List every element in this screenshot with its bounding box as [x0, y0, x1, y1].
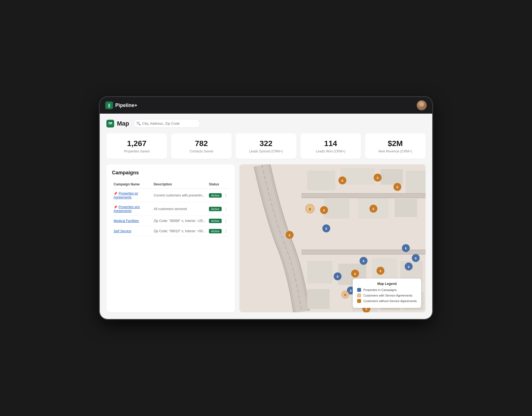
stat-number-1: 782 — [175, 139, 227, 148]
campaign-description-0: Current customers with preventiv... — [154, 193, 205, 197]
stat-number-2: 322 — [240, 139, 292, 148]
page-header: 🗺 Map 🔍 — [106, 119, 426, 128]
campaign-status-cell-2: Active⋮ — [207, 216, 229, 226]
svg-text:6: 6 — [344, 294, 346, 297]
table-row: 📌Properties w/o AgreementsAll customers … — [112, 202, 229, 216]
stat-number-3: 114 — [305, 139, 357, 148]
table-row: Medical FacilitiesZip Code: "90066" x; I… — [112, 216, 229, 226]
more-icon-0[interactable]: ⋮ — [224, 193, 228, 198]
svg-rect-2 — [341, 168, 375, 185]
col-header-desc: Description — [152, 180, 207, 189]
stat-label-2: Leads Synced (CRM+) — [240, 149, 292, 153]
campaign-description-1: All customers serviced — [154, 207, 187, 211]
svg-rect-14 — [307, 289, 329, 309]
svg-rect-4 — [406, 170, 426, 193]
user-avatar[interactable] — [417, 100, 427, 110]
map-page-icon: 🗺 — [106, 120, 114, 127]
svg-rect-5 — [324, 199, 349, 218]
more-icon-1[interactable]: ⋮ — [224, 207, 228, 211]
legend-title: Map Legend — [357, 282, 417, 286]
app-title: Pipeline+ — [115, 103, 137, 108]
status-badge-0: Active — [209, 193, 222, 198]
campaign-name-link-1[interactable]: Properties w/o Agreements — [114, 205, 140, 213]
svg-text:6: 6 — [342, 179, 343, 182]
legend-label-1: Customers with Service Agreements — [363, 294, 412, 297]
svg-rect-1 — [307, 170, 335, 190]
campaign-name-cell-2: Medical Facilities — [112, 216, 152, 226]
campaign-name-link-2[interactable]: Medical Facilities — [114, 219, 139, 223]
svg-rect-7 — [395, 199, 417, 217]
legend-label-2: Customers without Service Agreements — [363, 299, 417, 303]
campaign-status-cell-1: Active⋮ — [207, 202, 229, 216]
stat-card-2: 322 Leads Synced (CRM+) — [236, 133, 296, 159]
svg-text:6: 6 — [405, 247, 407, 250]
status-badge-2: Active — [209, 219, 222, 223]
stat-card-1: 782 Contacts Saved — [171, 133, 232, 159]
svg-text:6: 6 — [350, 289, 352, 292]
table-row: Self ServiceZip Code: "90010" x; Interio… — [112, 226, 229, 236]
legend-label-0: Properties in Campaigns — [363, 288, 397, 292]
map-area: 6 6 6 6 6 6 6 6 — [239, 164, 426, 312]
legend-item-1: Customers with Service Agreements — [357, 294, 417, 297]
page-title-row: 🗺 Map — [106, 120, 129, 127]
svg-text:6: 6 — [289, 234, 290, 237]
svg-text:6: 6 — [337, 275, 338, 278]
page-title: Map — [117, 120, 129, 127]
campaign-name-cell-3: Self Service — [112, 226, 152, 236]
stat-card-4: $2M New Revenue (CRM+) — [365, 133, 426, 159]
campaign-description-2: Zip Code: "90066" x; Interior: >25... — [154, 219, 206, 223]
campaign-desc-cell-0: Current customers with preventiv... — [152, 189, 207, 202]
svg-text:6: 6 — [415, 257, 416, 260]
legend-color-orange — [357, 299, 361, 303]
campaign-name-cell-0: 📌Properties w/ Agreements — [112, 189, 152, 202]
stat-number-0: 1,267 — [111, 139, 163, 148]
stat-label-0: Properties Saved — [111, 149, 163, 153]
app-logo: || Pipeline+ — [105, 101, 137, 109]
main-content: 🗺 Map 🔍 1,267 Properties Saved 782 Conta… — [100, 114, 432, 319]
stat-number-4: $2M — [369, 139, 421, 148]
stat-card-0: 1,267 Properties Saved — [106, 133, 167, 159]
campaign-status-cell-0: Active⋮ — [207, 189, 229, 202]
pin-icon: 📌 — [114, 205, 117, 209]
top-bar: || Pipeline+ — [100, 97, 432, 114]
pin-icon: 📌 — [114, 192, 117, 195]
col-header-name: Campaign Name — [112, 180, 152, 189]
svg-text:6: 6 — [354, 272, 356, 275]
svg-text:6: 6 — [373, 207, 374, 211]
svg-text:6: 6 — [377, 176, 378, 180]
legend-item-0: Properties in Campaigns — [357, 288, 417, 292]
svg-rect-10 — [307, 261, 332, 283]
stat-label-4: New Revenue (CRM+) — [369, 149, 421, 153]
campaigns-title: Campaigns — [112, 170, 229, 176]
svg-rect-3 — [380, 169, 403, 185]
bottom-section: Campaigns Campaign Name Description Stat… — [106, 164, 426, 312]
logo-symbol: || — [108, 103, 110, 108]
logo-icon: || — [105, 101, 113, 109]
svg-text:6: 6 — [397, 186, 398, 189]
more-icon-2[interactable]: ⋮ — [224, 219, 228, 223]
search-wrap: 🔍 — [134, 119, 200, 128]
svg-text:6: 6 — [365, 307, 367, 311]
stat-card-3: 114 Leads Won (CRM+) — [300, 133, 361, 159]
more-icon-3[interactable]: ⋮ — [224, 229, 228, 233]
legend-item-2: Customers without Service Agreements — [357, 299, 417, 303]
search-icon: 🔍 — [136, 121, 141, 126]
status-badge-1: Active — [209, 207, 222, 211]
campaign-status-cell-3: Active⋮ — [207, 226, 229, 236]
campaigns-panel: Campaigns Campaign Name Description Stat… — [106, 164, 235, 312]
col-header-status: Status — [207, 180, 229, 189]
campaign-name-cell-1: 📌Properties w/o Agreements — [112, 202, 152, 216]
legend-color-blue — [357, 288, 361, 292]
svg-text:6: 6 — [408, 265, 410, 269]
campaigns-table: Campaign Name Description Status 📌Proper… — [112, 180, 229, 236]
campaign-desc-cell-1: All customers serviced — [152, 202, 207, 216]
svg-text:8: 8 — [309, 208, 311, 211]
stat-label-3: Leads Won (CRM+) — [305, 149, 357, 153]
campaign-name-link-3[interactable]: Self Service — [114, 229, 131, 233]
stats-row: 1,267 Properties Saved 782 Contacts Save… — [106, 133, 426, 159]
svg-text:6: 6 — [323, 209, 325, 212]
svg-text:6: 6 — [363, 259, 364, 263]
status-badge-3: Active — [209, 229, 222, 233]
search-input[interactable] — [134, 119, 200, 128]
svg-text:6: 6 — [380, 269, 381, 273]
